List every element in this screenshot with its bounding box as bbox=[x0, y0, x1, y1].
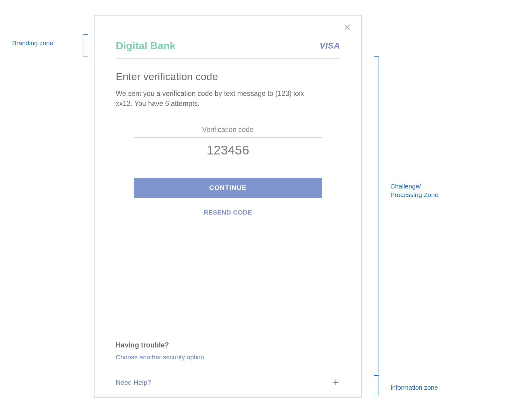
expand-help-button[interactable] bbox=[331, 378, 340, 387]
plus-icon bbox=[332, 379, 339, 387]
challenge-zone: Enter verification code We sent you a ve… bbox=[94, 59, 361, 216]
choose-another-option-link[interactable]: Choose another security option bbox=[116, 354, 204, 361]
zone-label-challenge: Challenge/ Processing Zone bbox=[390, 182, 438, 199]
zone-label-challenge-line2: Processing Zone bbox=[390, 191, 438, 198]
branding-zone: Digital Bank VISA bbox=[94, 15, 361, 52]
trouble-title: Having trouble? bbox=[116, 341, 340, 349]
code-section: Verification code CONTINUE RESEND CODE bbox=[116, 126, 340, 216]
zone-label-challenge-line1: Challenge/ bbox=[390, 183, 421, 190]
information-zone: Need Help? bbox=[116, 378, 340, 387]
dialog-description: We sent you a verification code by text … bbox=[116, 89, 310, 109]
bracket-information bbox=[374, 375, 379, 396]
code-input[interactable] bbox=[134, 137, 322, 163]
zone-label-information: Information zone bbox=[390, 384, 438, 391]
bracket-branding bbox=[83, 34, 88, 56]
close-button[interactable] bbox=[342, 23, 352, 32]
visa-logo: VISA bbox=[320, 41, 340, 51]
continue-button[interactable]: CONTINUE bbox=[134, 178, 322, 198]
zone-label-branding: Branding zone bbox=[12, 39, 53, 47]
need-help-link[interactable]: Need Help? bbox=[116, 379, 151, 387]
bracket-challenge bbox=[374, 56, 379, 373]
trouble-zone: Having trouble? Choose another security … bbox=[116, 341, 340, 361]
diagram-canvas: Branding zone Challenge/ Processing Zone… bbox=[0, 0, 508, 420]
dialog-title: Enter verification code bbox=[116, 71, 340, 83]
code-input-label: Verification code bbox=[116, 126, 340, 134]
close-icon bbox=[344, 24, 351, 32]
bank-logo: Digital Bank bbox=[116, 40, 175, 52]
resend-button[interactable]: RESEND CODE bbox=[204, 209, 252, 216]
verification-dialog: Digital Bank VISA Enter verification cod… bbox=[94, 15, 362, 398]
